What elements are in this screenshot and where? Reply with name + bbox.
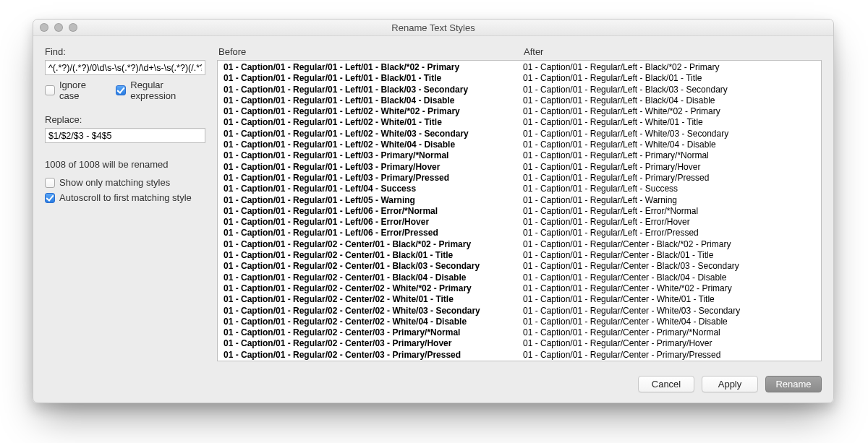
ignore-case-option[interactable]: Ignore case bbox=[45, 79, 104, 101]
cell-after: 01 - Caption/01 - Regular/Center - Black… bbox=[523, 272, 817, 283]
table-row[interactable]: 01 - Caption/01 - Regular/01 - Left/04 -… bbox=[224, 184, 817, 194]
cell-before: 01 - Caption/01 - Regular/02 - Center/01… bbox=[224, 261, 523, 272]
table-row[interactable]: 01 - Caption/01 - Regular/01 - Left/03 -… bbox=[224, 173, 817, 184]
results-list[interactable]: 01 - Caption/01 - Regular/01 - Left/01 -… bbox=[217, 60, 822, 361]
table-row[interactable]: 01 - Caption/01 - Regular/02 - Center/02… bbox=[224, 294, 817, 305]
table-row[interactable]: 01 - Caption/01 - Regular/02 - Center/01… bbox=[224, 261, 817, 272]
status-text: 1008 of 1008 will be renamed bbox=[45, 159, 205, 170]
replace-label: Replace: bbox=[45, 114, 205, 125]
cell-before: 01 - Caption/01 - Regular/02 - Center/01… bbox=[224, 239, 523, 250]
cell-after: 01 - Caption/01 - Regular/Left - Black/*… bbox=[523, 62, 817, 73]
table-row[interactable]: 01 - Caption/01 - Regular/01 - Left/01 -… bbox=[224, 73, 817, 84]
cell-after: 01 - Caption/01 - Regular/Center - White… bbox=[523, 306, 817, 317]
cell-before: 01 - Caption/01 - Regular/01 - Left/06 -… bbox=[224, 206, 523, 217]
table-row[interactable]: 01 - Caption/01 - Regular/01 - Left/06 -… bbox=[224, 206, 817, 217]
cell-after: 01 - Caption/01 - Regular/Left - Primary… bbox=[523, 173, 817, 184]
table-row[interactable]: 01 - Caption/01 - Regular/02 - Center/01… bbox=[224, 250, 817, 261]
cell-after: 01 - Caption/01 - Regular/Left - Error/*… bbox=[523, 206, 817, 217]
autoscroll-label: Autoscroll to first matching style bbox=[59, 192, 192, 203]
zoom-icon[interactable] bbox=[69, 23, 77, 32]
cell-before: 01 - Caption/01 - Regular/02 - Center/03… bbox=[224, 327, 523, 338]
find-input[interactable] bbox=[45, 60, 205, 75]
cell-after: 01 - Caption/01 - Regular/Center - Black… bbox=[523, 261, 817, 272]
autoscroll-option[interactable]: Autoscroll to first matching style bbox=[45, 192, 205, 203]
cell-after: 01 - Caption/01 - Regular/Center - Prima… bbox=[523, 350, 817, 361]
cell-before: 01 - Caption/01 - Regular/02 - Center/03… bbox=[224, 350, 523, 361]
cell-after: 01 - Caption/01 - Regular/Left - Error/P… bbox=[523, 228, 817, 238]
regular-expression-checkbox[interactable] bbox=[116, 85, 126, 95]
table-row[interactable]: 01 - Caption/01 - Regular/02 - Center/01… bbox=[224, 272, 817, 283]
cell-before: 01 - Caption/01 - Regular/01 - Left/02 -… bbox=[224, 139, 523, 150]
table-row[interactable]: 01 - Caption/01 - Regular/02 - Center/02… bbox=[224, 317, 817, 327]
titlebar: Rename Text Styles bbox=[33, 20, 833, 36]
cell-after: 01 - Caption/01 - Regular/Center - White… bbox=[523, 317, 817, 327]
cell-before: 01 - Caption/01 - Regular/01 - Left/02 -… bbox=[224, 117, 523, 128]
cell-before: 01 - Caption/01 - Regular/01 - Left/01 -… bbox=[224, 95, 523, 106]
cell-after: 01 - Caption/01 - Regular/Left - White/*… bbox=[523, 106, 817, 117]
cell-after: 01 - Caption/01 - Regular/Center - Prima… bbox=[523, 327, 817, 338]
minimize-icon[interactable] bbox=[54, 23, 63, 32]
table-row[interactable]: 01 - Caption/01 - Regular/01 - Left/01 -… bbox=[224, 95, 817, 106]
cell-after: 01 - Caption/01 - Regular/Left - Success bbox=[523, 184, 817, 194]
table-row[interactable]: 01 - Caption/01 - Regular/02 - Center/03… bbox=[224, 327, 817, 338]
table-row[interactable]: 01 - Caption/01 - Regular/01 - Left/05 -… bbox=[224, 195, 817, 206]
table-row[interactable]: 01 - Caption/01 - Regular/01 - Left/06 -… bbox=[224, 217, 817, 228]
table-row[interactable]: 01 - Caption/01 - Regular/02 - Center/02… bbox=[224, 306, 817, 317]
cell-before: 01 - Caption/01 - Regular/01 - Left/03 -… bbox=[224, 162, 523, 173]
cell-before: 01 - Caption/01 - Regular/02 - Center/02… bbox=[224, 294, 523, 305]
close-icon[interactable] bbox=[40, 23, 48, 32]
table-row[interactable]: 01 - Caption/01 - Regular/01 - Left/01 -… bbox=[224, 62, 817, 73]
autoscroll-checkbox[interactable] bbox=[45, 193, 55, 203]
cell-before: 01 - Caption/01 - Regular/01 - Left/01 -… bbox=[224, 85, 523, 95]
apply-button[interactable]: Apply bbox=[702, 376, 758, 392]
table-row[interactable]: 01 - Caption/01 - Regular/01 - Left/01 -… bbox=[224, 85, 817, 95]
regular-expression-option[interactable]: Regular expression bbox=[116, 79, 205, 101]
replace-input[interactable] bbox=[45, 128, 205, 143]
table-row[interactable]: 01 - Caption/01 - Regular/02 - Center/03… bbox=[224, 350, 817, 361]
column-before-header: Before bbox=[218, 46, 524, 57]
cell-before: 01 - Caption/01 - Regular/01 - Left/06 -… bbox=[224, 217, 523, 228]
table-row[interactable]: 01 - Caption/01 - Regular/01 - Left/06 -… bbox=[224, 228, 817, 238]
cell-after: 01 - Caption/01 - Regular/Center - Black… bbox=[523, 250, 817, 261]
cell-before: 01 - Caption/01 - Regular/01 - Left/04 -… bbox=[224, 184, 523, 194]
table-row[interactable]: 01 - Caption/01 - Regular/02 - Center/03… bbox=[224, 338, 817, 349]
cell-after: 01 - Caption/01 - Regular/Left - Black/0… bbox=[523, 85, 817, 95]
traffic-lights bbox=[40, 23, 77, 32]
table-row[interactable]: 01 - Caption/01 - Regular/02 - Center/02… bbox=[224, 283, 817, 294]
cell-after: 01 - Caption/01 - Regular/Left - Warning bbox=[523, 195, 817, 206]
cell-after: 01 - Caption/01 - Regular/Left - White/0… bbox=[523, 117, 817, 128]
cell-after: 01 - Caption/01 - Regular/Left - White/0… bbox=[523, 129, 817, 139]
table-row[interactable]: 01 - Caption/01 - Regular/01 - Left/02 -… bbox=[224, 106, 817, 117]
cell-before: 01 - Caption/01 - Regular/01 - Left/01 -… bbox=[224, 73, 523, 84]
show-only-matching-option[interactable]: Show only matching styles bbox=[45, 177, 205, 188]
table-row[interactable]: 01 - Caption/01 - Regular/01 - Left/02 -… bbox=[224, 129, 817, 139]
cell-before: 01 - Caption/01 - Regular/02 - Center/02… bbox=[224, 306, 523, 317]
show-only-matching-label: Show only matching styles bbox=[59, 177, 170, 188]
table-row[interactable]: 01 - Caption/01 - Regular/01 - Left/03 -… bbox=[224, 162, 817, 173]
rename-button[interactable]: Rename bbox=[765, 376, 822, 392]
cell-before: 01 - Caption/01 - Regular/02 - Center/02… bbox=[224, 283, 523, 294]
cancel-button[interactable]: Cancel bbox=[638, 376, 694, 392]
cell-after: 01 - Caption/01 - Regular/Center - Prima… bbox=[523, 338, 817, 349]
cell-before: 01 - Caption/01 - Regular/01 - Left/05 -… bbox=[224, 195, 523, 206]
results-area: Before After 01 - Caption/01 - Regular/0… bbox=[217, 46, 822, 361]
table-row[interactable]: 01 - Caption/01 - Regular/02 - Center/01… bbox=[224, 239, 817, 250]
cell-after: 01 - Caption/01 - Regular/Left - Primary… bbox=[523, 162, 817, 173]
window-title: Rename Text Styles bbox=[391, 22, 475, 33]
cell-after: 01 - Caption/01 - Regular/Left - White/0… bbox=[523, 139, 817, 150]
table-row[interactable]: 01 - Caption/01 - Regular/01 - Left/03 -… bbox=[224, 150, 817, 161]
ignore-case-checkbox[interactable] bbox=[45, 85, 55, 95]
rename-text-styles-window: Rename Text Styles Find: Ignore case Reg… bbox=[33, 19, 834, 403]
table-row[interactable]: 01 - Caption/01 - Regular/01 - Left/02 -… bbox=[224, 139, 817, 150]
sidebar: Find: Ignore case Regular expression bbox=[45, 46, 205, 361]
cell-before: 01 - Caption/01 - Regular/01 - Left/03 -… bbox=[224, 173, 523, 184]
cell-before: 01 - Caption/01 - Regular/02 - Center/01… bbox=[224, 250, 523, 261]
show-only-matching-checkbox[interactable] bbox=[45, 178, 55, 188]
cell-before: 01 - Caption/01 - Regular/02 - Center/03… bbox=[224, 338, 523, 349]
cell-after: 01 - Caption/01 - Regular/Left - Error/H… bbox=[523, 217, 817, 228]
cell-after: 01 - Caption/01 - Regular/Center - White… bbox=[523, 283, 817, 294]
cell-before: 01 - Caption/01 - Regular/01 - Left/02 -… bbox=[224, 106, 523, 117]
table-row[interactable]: 01 - Caption/01 - Regular/01 - Left/02 -… bbox=[224, 117, 817, 128]
cell-after: 01 - Caption/01 - Regular/Center - White… bbox=[523, 294, 817, 305]
cell-after: 01 - Caption/01 - Regular/Center - Black… bbox=[523, 239, 817, 250]
